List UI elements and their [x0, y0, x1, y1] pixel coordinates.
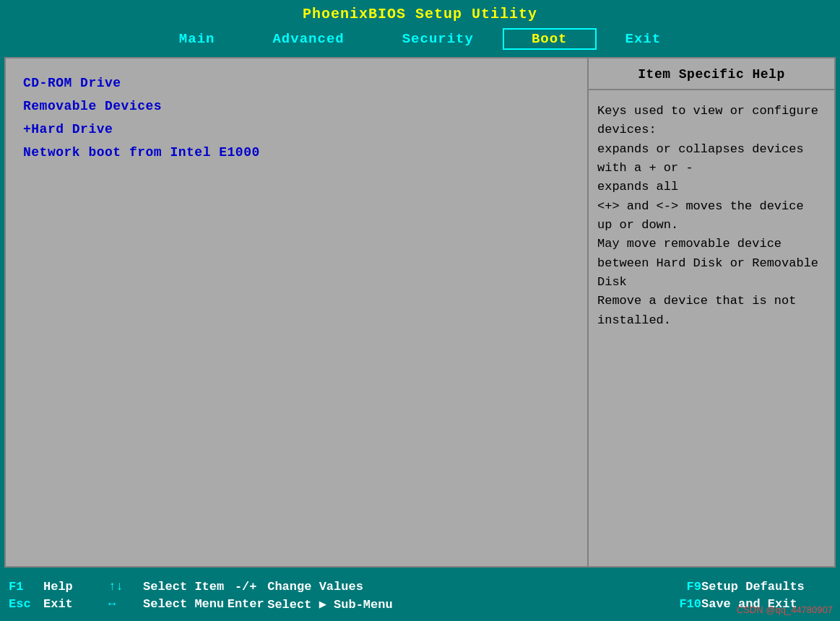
boot-item-cdrom[interactable]: CD-ROM Drive [17, 73, 576, 93]
menu-bar: Main Advanced Security Boot Exit [0, 25, 840, 54]
status-f10-key: F10 [658, 597, 701, 611]
status-setup-defaults: Setup Defaults [701, 580, 831, 594]
content-area: CD-ROM Drive Removable Devices +Hard Dri… [4, 57, 836, 568]
status-exit-label: Exit [43, 597, 108, 611]
status-select-item: Select Item [143, 580, 224, 594]
bios-title: PhoenixBIOS Setup Utility [0, 0, 840, 25]
boot-item-harddrive[interactable]: +Hard Drive [17, 119, 576, 139]
status-arrows-2: ↔ [108, 597, 143, 611]
status-esc-key: Esc [9, 597, 43, 611]
status-line-1: F1 Help ↑↓ Select Item -/+ Change Values… [9, 580, 831, 594]
status-select-menu: Select Menu [143, 597, 224, 611]
status-change-values: Change Values [267, 580, 658, 594]
boot-item-removable[interactable]: Removable Devices [17, 96, 576, 116]
status-line-2: Esc Exit ↔ Select Menu Enter Select ▶ Su… [9, 596, 831, 612]
status-arrows-1: ↑↓ [108, 580, 143, 594]
menu-item-main[interactable]: Main [150, 28, 244, 50]
help-title: Item Specific Help [589, 58, 834, 90]
help-panel: Item Specific Help Keys used to view or … [589, 58, 834, 566]
status-select-submenu: Select ▶ Sub-Menu [267, 596, 658, 612]
menu-item-security[interactable]: Security [373, 28, 503, 50]
status-bar: F1 Help ↑↓ Select Item -/+ Change Values… [0, 570, 840, 621]
status-sep-1: -/+ [224, 580, 267, 594]
status-f1-key: F1 [9, 580, 43, 594]
status-help-label: Help [43, 580, 108, 594]
boot-list-panel: CD-ROM Drive Removable Devices +Hard Dri… [6, 58, 589, 566]
menu-item-advanced[interactable]: Advanced [243, 28, 373, 50]
boot-item-network[interactable]: Network boot from Intel E1000 [17, 142, 576, 162]
menu-item-exit[interactable]: Exit [597, 28, 690, 50]
help-content: Keys used to view or configure devices: … [589, 90, 834, 342]
status-f9-key: F9 [658, 580, 701, 594]
watermark: CSDN @qq_44780907 [737, 604, 833, 615]
menu-item-boot[interactable]: Boot [503, 28, 597, 50]
status-sep-2: Enter [224, 597, 267, 611]
status-row-container: F1 Help ↑↓ Select Item -/+ Change Values… [9, 580, 831, 612]
